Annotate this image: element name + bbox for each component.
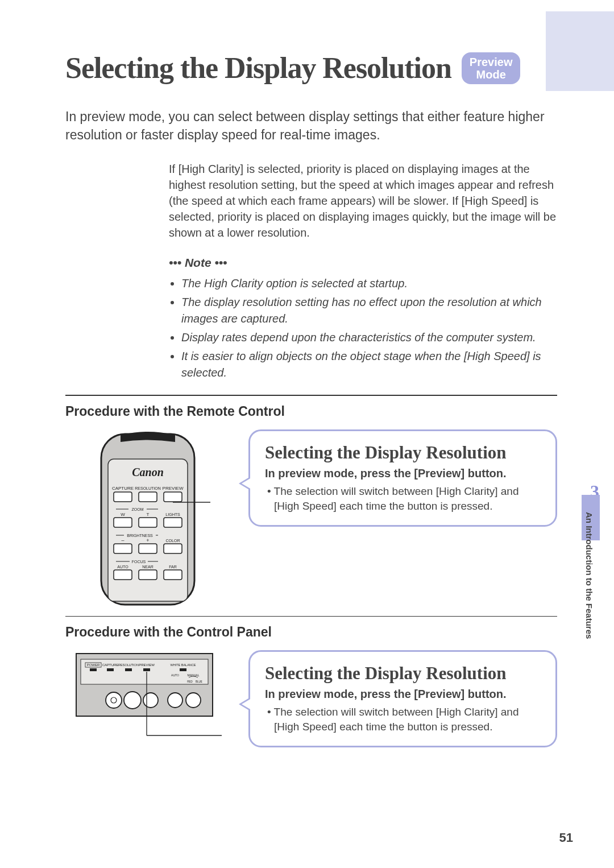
svg-text:RESOLUTION: RESOLUTION: [118, 663, 139, 667]
note-list: The High Clarity option is selected at s…: [169, 275, 557, 381]
detail-text: If [High Clarity] is selected, priority …: [169, 161, 557, 241]
remote-control-diagram: Canon CAPTURE RESOLUTION PREVIEW ZOOM W …: [85, 429, 210, 606]
capture-button[interactable]: [114, 492, 132, 502]
page: Selecting the Display Resolution Preview…: [0, 0, 614, 868]
note-item: It is easier to align objects on the obj…: [181, 348, 557, 381]
note-item: The display resolution setting has no ef…: [181, 294, 557, 327]
svg-text:RED: RED: [187, 680, 193, 683]
note-block: ••• Note ••• The High Clarity option is …: [169, 254, 557, 381]
svg-text:WHITE BALANCE: WHITE BALANCE: [171, 663, 196, 667]
svg-text:ZOOM: ZOOM: [132, 507, 144, 511]
focus-far-button[interactable]: [164, 570, 182, 580]
panel-device-area: POWER CAPTURE RESOLUTION PREVIEW WHITE B…: [65, 650, 230, 743]
callout-title: Selecting the Display Resolution: [265, 443, 541, 463]
svg-text:+: +: [146, 538, 149, 543]
section1-title: Procedure with the Remote Control: [65, 404, 557, 419]
svg-text:LIGHTS: LIGHTS: [165, 512, 180, 516]
power-led: [90, 668, 97, 671]
knob-2[interactable]: [124, 692, 141, 709]
capture-led: [107, 668, 114, 671]
section2-title: Procedure with the Control Panel: [65, 625, 557, 640]
knob-1[interactable]: [106, 692, 122, 708]
color-button[interactable]: [164, 544, 182, 553]
divider: [65, 395, 557, 396]
callout-body: • The selection will switch between [Hig…: [265, 484, 541, 513]
svg-text:POWER: POWER: [87, 663, 100, 667]
focus-near-button[interactable]: [139, 570, 157, 580]
title-row: Selecting the Display Resolution Preview…: [65, 51, 557, 85]
svg-text:PREVIEW: PREVIEW: [163, 486, 184, 491]
callout-body: • The selection will switch between [Hig…: [265, 705, 541, 734]
note-heading: ••• Note •••: [169, 254, 557, 271]
intro-text: In preview mode, you can select between …: [65, 108, 557, 144]
page-title: Selecting the Display Resolution: [65, 51, 451, 85]
note-item: The High Clarity option is selected at s…: [181, 275, 557, 292]
procedure-remote-row: Canon CAPTURE RESOLUTION PREVIEW ZOOM W …: [65, 429, 557, 606]
remote-device-area: Canon CAPTURE RESOLUTION PREVIEW ZOOM W …: [65, 429, 230, 606]
preview-button[interactable]: [164, 492, 182, 502]
svg-text:BRIGHTNESS: BRIGHTNESS: [127, 534, 153, 538]
preview-mode-badge: Preview Mode: [462, 52, 521, 84]
wb-led: [180, 668, 186, 671]
svg-text:PREVIEW: PREVIEW: [139, 663, 155, 667]
procedure-panel-row: POWER CAPTURE RESOLUTION PREVIEW WHITE B…: [65, 650, 557, 747]
svg-text:BLUE: BLUE: [196, 680, 202, 683]
svg-text:RESOLUTION: RESOLUTION: [135, 486, 161, 490]
page-number: 51: [559, 830, 573, 845]
svg-text:CAPTURE: CAPTURE: [112, 486, 134, 491]
brightness-down-button[interactable]: [114, 544, 132, 553]
callout-subtitle: In preview mode, press the [Preview] but…: [265, 687, 541, 701]
remote-callout: Selecting the Display Resolution In prev…: [248, 429, 557, 527]
zoom-t-button[interactable]: [139, 518, 157, 527]
svg-text:FOCUS: FOCUS: [132, 560, 146, 564]
svg-text:T: T: [147, 512, 150, 517]
knob-4[interactable]: [168, 693, 182, 708]
svg-text:CAPTURE: CAPTURE: [102, 663, 119, 667]
preview-led: [143, 668, 150, 671]
focus-auto-button[interactable]: [114, 570, 132, 580]
knob-5[interactable]: [186, 693, 201, 708]
brightness-up-button[interactable]: [139, 544, 157, 553]
svg-text:W: W: [121, 512, 125, 517]
callout-subtitle: In preview mode, press the [Preview] but…: [265, 466, 541, 481]
knob-3[interactable]: [143, 693, 158, 708]
brand-label: Canon: [132, 466, 164, 478]
resolution-button[interactable]: [139, 492, 157, 502]
svg-text:FAR: FAR: [169, 565, 177, 569]
svg-text:NEAR: NEAR: [142, 565, 153, 569]
svg-text:AUTO: AUTO: [171, 673, 179, 677]
svg-text:AUTO: AUTO: [117, 565, 128, 569]
resolution-led: [125, 668, 132, 671]
svg-text:–: –: [121, 538, 124, 543]
panel-callout: Selecting the Display Resolution In prev…: [248, 650, 557, 747]
zoom-w-button[interactable]: [114, 518, 132, 527]
control-panel-diagram: POWER CAPTURE RESOLUTION PREVIEW WHITE B…: [74, 650, 222, 743]
note-item: Display rates depend upon the characteri…: [181, 329, 557, 346]
chapter-label: An Introduction to the Features: [584, 512, 594, 639]
callout-title: Selecting the Display Resolution: [265, 663, 541, 684]
divider: [65, 616, 557, 617]
badge-line2: Mode: [470, 68, 513, 81]
lights-button[interactable]: [164, 518, 182, 527]
badge-line1: Preview: [470, 56, 513, 68]
svg-text:COLOR: COLOR: [166, 539, 180, 543]
